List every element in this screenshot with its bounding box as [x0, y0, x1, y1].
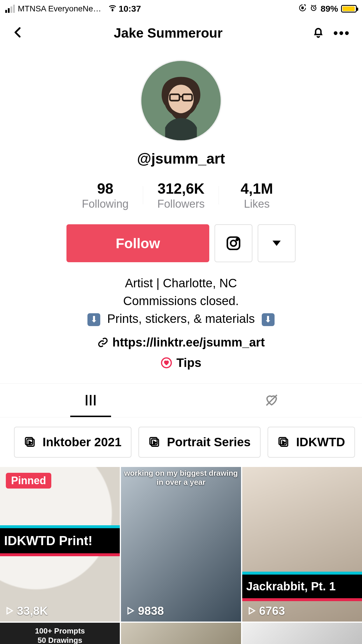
video-thumbnail[interactable] — [121, 623, 241, 644]
video-caption: working on my biggest drawing in over a … — [121, 469, 241, 487]
down-arrow-emoji-icon — [87, 313, 100, 326]
video-views: 33,8K — [5, 604, 48, 617]
link-icon — [97, 337, 108, 348]
video-thumbnail[interactable]: Pinned IDKWTD Print! 33,8K — [0, 467, 120, 622]
followers-count: 312,6K — [143, 180, 219, 197]
video-thumbnail[interactable]: working on my biggest drawing in over a … — [121, 467, 241, 622]
tab-videos[interactable] — [0, 384, 181, 417]
playlist-label: IDKWTD — [296, 435, 345, 449]
grid-icon — [84, 393, 98, 407]
username: @jsumm_art — [137, 150, 225, 167]
video-thumbnail[interactable]: 100+ Prompts 50 Drawings — [0, 623, 120, 644]
playlist-icon — [277, 436, 290, 448]
tips-label: Tips — [176, 356, 201, 370]
alarm-icon — [310, 4, 318, 14]
battery-icon — [341, 5, 357, 13]
pinned-badge: Pinned — [6, 473, 51, 489]
more-button[interactable]: ••• — [325, 26, 350, 40]
bio-line-3: Prints, stickers, & materials — [87, 310, 274, 328]
svg-point-9 — [231, 240, 236, 246]
svg-marker-28 — [249, 608, 255, 614]
following-count: 98 — [67, 180, 143, 197]
playlist-item[interactable]: Portrait Series — [138, 427, 261, 458]
page-title: Jake Summerour — [24, 25, 312, 41]
video-grid: Pinned IDKWTD Print! 33,8K working on my… — [0, 467, 362, 622]
down-arrow-emoji-icon — [262, 313, 275, 326]
content-tabs — [0, 383, 362, 417]
video-grid-row-2: 100+ Prompts 50 Drawings — [0, 623, 362, 644]
svg-point-0 — [112, 10, 113, 11]
bio: Artist | Charlotte, NC Commissions close… — [87, 274, 274, 328]
avatar[interactable] — [140, 60, 222, 141]
playlist-row: Inktober 2021 Portrait Series IDKWTD — [0, 417, 362, 467]
video-thumbnail[interactable]: Jackrabbit, Pt. 1 6763 — [242, 467, 362, 622]
video-thumbnail[interactable] — [242, 623, 362, 644]
followers-label: Followers — [143, 198, 219, 210]
nav-header: Jake Summerour ••• — [0, 18, 362, 48]
followers-stat[interactable]: 312,6K Followers — [143, 180, 219, 210]
likes-count: 4,1M — [219, 180, 295, 197]
video-overlay-title: IDKWTD Print! — [0, 525, 120, 556]
svg-marker-27 — [128, 608, 133, 614]
instagram-button[interactable] — [215, 224, 252, 262]
video-views: 6763 — [247, 604, 285, 617]
tips-button[interactable]: Tips — [161, 356, 201, 370]
svg-marker-19 — [29, 441, 32, 444]
playlist-label: Portrait Series — [167, 435, 251, 449]
follow-button[interactable]: Follow — [66, 224, 209, 262]
clock: 10:37 — [117, 4, 298, 14]
playlist-icon — [148, 436, 161, 448]
bio-link-text: https://linktr.ee/jsumm_art — [113, 335, 265, 349]
svg-marker-26 — [7, 608, 13, 614]
back-button[interactable] — [12, 26, 24, 40]
heart-lock-icon — [265, 393, 279, 407]
following-stat[interactable]: 98 Following — [67, 180, 143, 210]
playlist-label: Inktober 2021 — [43, 435, 122, 449]
play-icon — [5, 606, 14, 615]
svg-marker-25 — [282, 441, 285, 444]
status-bar: MTNSA EveryoneNeed... 10:37 89% — [0, 0, 362, 18]
video-views: 9838 — [126, 604, 164, 617]
playlist-item[interactable]: IDKWTD — [268, 427, 355, 458]
signal-icon — [5, 5, 15, 13]
following-label: Following — [67, 198, 143, 210]
bio-line-1: Artist | Charlotte, NC — [87, 274, 274, 292]
playlist-item[interactable]: Inktober 2021 — [14, 427, 131, 458]
orientation-lock-icon — [298, 4, 307, 14]
likes-stat[interactable]: 4,1M Likes — [219, 180, 295, 210]
tips-icon — [161, 357, 172, 369]
action-buttons: Follow — [66, 224, 296, 262]
svg-point-4 — [168, 85, 194, 113]
bio-line-2: Commissions closed. — [87, 292, 274, 310]
tab-liked[interactable] — [181, 384, 362, 417]
svg-rect-1 — [302, 7, 303, 9]
video-overlay-title: Jackrabbit, Pt. 1 — [242, 572, 362, 601]
notifications-button[interactable] — [312, 26, 325, 40]
svg-marker-22 — [153, 441, 156, 444]
chevron-down-icon — [273, 241, 281, 246]
stats-row: 98 Following 312,6K Followers 4,1M Likes — [67, 180, 295, 210]
bio-link[interactable]: https://linktr.ee/jsumm_art — [97, 335, 265, 349]
carrier-label: MTNSA EveryoneNeed... — [18, 4, 105, 13]
wifi-icon — [108, 4, 117, 14]
profile-section: @jsumm_art 98 Following 312,6K Followers… — [0, 48, 362, 370]
battery-percent: 89% — [321, 4, 338, 14]
likes-label: Likes — [219, 198, 295, 210]
video-caption: 100+ Prompts 50 Drawings — [35, 626, 85, 644]
play-icon — [247, 606, 256, 615]
play-icon — [126, 606, 135, 615]
svg-point-10 — [236, 239, 238, 241]
suggested-dropdown-button[interactable] — [258, 224, 296, 262]
playlist-icon — [24, 436, 36, 448]
